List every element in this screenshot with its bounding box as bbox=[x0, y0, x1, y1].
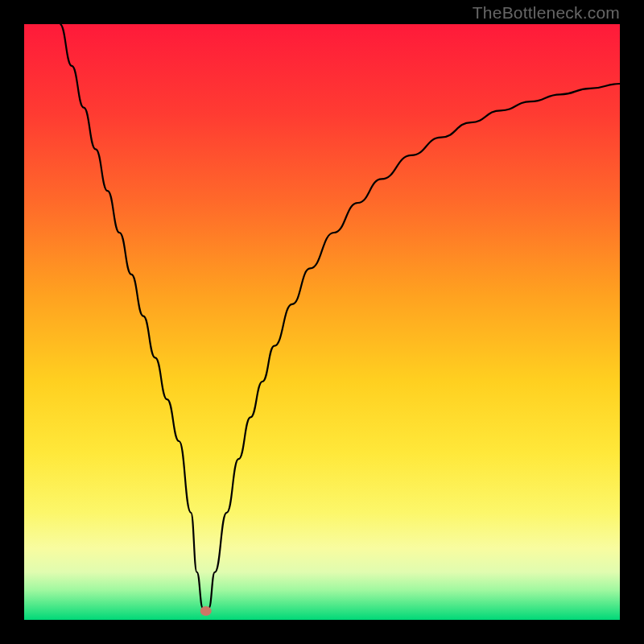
optimal-marker bbox=[200, 606, 212, 616]
watermark-text: TheBottleneck.com bbox=[473, 3, 620, 23]
bottleneck-chart bbox=[24, 24, 620, 620]
chart-plot-area bbox=[24, 24, 620, 620]
gradient-background bbox=[24, 24, 620, 620]
